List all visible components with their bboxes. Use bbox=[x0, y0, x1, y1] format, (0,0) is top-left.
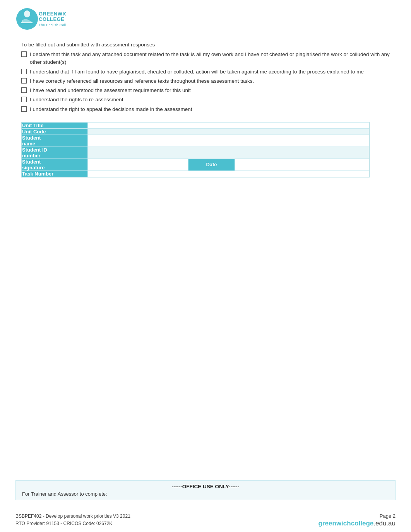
intro-text: To be filled out and submitted with asse… bbox=[21, 42, 390, 48]
form-table-wrapper: Unit Title Unit Code Studentname bbox=[21, 122, 370, 177]
page-wrapper: GREENWICH COLLEGE The English College To… bbox=[0, 0, 411, 532]
declaration-item-1: I declare that this task and any attache… bbox=[21, 51, 390, 66]
form-row-student-name: Studentname bbox=[22, 135, 369, 147]
declaration-text-4: I have read and understood the assessmen… bbox=[30, 87, 390, 94]
student-name-label: Studentname bbox=[22, 135, 88, 147]
checkbox-4[interactable] bbox=[21, 87, 27, 93]
declaration-item-3: I have correctly referenced all resource… bbox=[21, 77, 390, 85]
footer-brand-bold: greenwichcollege bbox=[319, 520, 374, 527]
office-title: ------OFFICE USE ONLY------ bbox=[22, 484, 389, 489]
footer-line2: RTO Provider: 91153 - CRICOS Code: 02672… bbox=[15, 521, 112, 526]
unit-code-label: Unit Code bbox=[22, 128, 88, 135]
form-row-unit-title: Unit Title bbox=[22, 122, 369, 128]
footer-brand-normal: .edu.au bbox=[373, 520, 396, 527]
declaration-text-5: I understand the rights to re-assessment bbox=[30, 96, 390, 104]
form-table: Unit Title Unit Code Studentname bbox=[22, 122, 369, 177]
logo-image: GREENWICH COLLEGE The English College bbox=[15, 7, 66, 31]
office-subtitle: For Trainer and Assessor to complete: bbox=[22, 491, 389, 497]
svg-text:The English College: The English College bbox=[39, 23, 66, 27]
declaration-text-2: I understand that if I am found to have … bbox=[30, 68, 390, 76]
student-signature-value[interactable] bbox=[88, 159, 188, 171]
checkbox-3[interactable] bbox=[21, 78, 27, 84]
footer: BSBPEF402 - Develop personal work priori… bbox=[0, 509, 411, 532]
declaration-list: I declare that this task and any attache… bbox=[21, 51, 390, 113]
unit-title-label: Unit Title bbox=[22, 122, 88, 128]
unit-code-value[interactable] bbox=[88, 128, 369, 135]
student-id-label: Student IDnumber bbox=[22, 147, 88, 159]
footer-brand: greenwichcollege.edu.au bbox=[319, 520, 396, 527]
declaration-text-1: I declare that this task and any attache… bbox=[30, 51, 390, 66]
form-row-student-id: Student IDnumber bbox=[22, 147, 369, 159]
declaration-text-6: I understand the right to appeal the dec… bbox=[30, 106, 390, 113]
checkbox-1[interactable] bbox=[21, 51, 27, 57]
declaration-item-2: I understand that if I am found to have … bbox=[21, 68, 390, 76]
task-number-value[interactable] bbox=[88, 171, 369, 177]
svg-text:GREENWICH: GREENWICH bbox=[39, 11, 66, 17]
svg-text:COLLEGE: COLLEGE bbox=[39, 16, 64, 22]
footer-line1: BSBPEF402 - Develop personal work priori… bbox=[15, 513, 130, 519]
svg-point-1 bbox=[24, 10, 30, 17]
footer-left: BSBPEF402 - Develop personal work priori… bbox=[15, 513, 130, 527]
declaration-item-6: I understand the right to appeal the dec… bbox=[21, 106, 390, 113]
declaration-text-3: I have correctly referenced all resource… bbox=[30, 77, 390, 85]
date-value[interactable] bbox=[235, 159, 369, 171]
task-number-label: Task Number bbox=[22, 171, 88, 177]
student-name-value[interactable] bbox=[88, 135, 369, 147]
form-row-unit-code: Unit Code bbox=[22, 128, 369, 135]
checkbox-6[interactable] bbox=[21, 106, 27, 112]
main-content: To be filled out and submitted with asse… bbox=[0, 35, 411, 532]
logo-area: GREENWICH COLLEGE The English College bbox=[15, 7, 396, 31]
date-label: Date bbox=[188, 159, 235, 171]
declaration-item-4: I have read and understood the assessmen… bbox=[21, 87, 390, 94]
student-signature-label: Studentsignature bbox=[22, 159, 88, 171]
declaration-item-5: I understand the rights to re-assessment bbox=[21, 96, 390, 104]
checkbox-2[interactable] bbox=[21, 69, 27, 74]
office-section: ------OFFICE USE ONLY------ For Trainer … bbox=[15, 480, 396, 500]
checkbox-5[interactable] bbox=[21, 97, 27, 102]
form-row-task-number: Task Number bbox=[22, 171, 369, 177]
header: GREENWICH COLLEGE The English College bbox=[0, 0, 411, 35]
student-id-value[interactable] bbox=[88, 147, 369, 159]
unit-title-value[interactable] bbox=[88, 122, 369, 128]
form-row-student-signature: Studentsignature Date bbox=[22, 159, 369, 171]
footer-page: Page 2 bbox=[319, 513, 396, 519]
footer-right: Page 2 greenwichcollege.edu.au bbox=[319, 513, 396, 527]
